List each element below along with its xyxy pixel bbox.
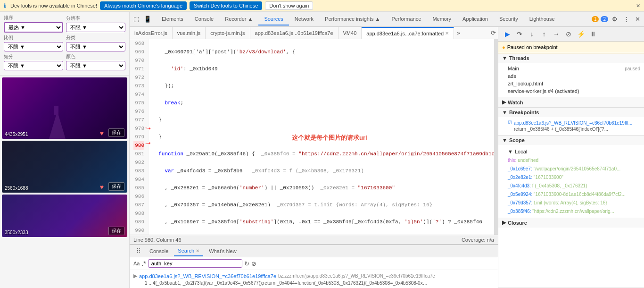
bp-file: app.d83ee1a6.js?_WB_REVISION_=c36ef70b61…	[514, 120, 632, 126]
file-tab-app-formatted[interactable]: app.d83ee1a6.js...ca7e:formatted ✕	[362, 27, 454, 39]
close-tab-icon[interactable]: ✕	[445, 31, 449, 36]
points-label: 短分	[4, 53, 63, 60]
bp-text: app.d83ee1a6.js?_WB_REVISION_=c36ef70b61…	[514, 120, 632, 132]
threads-header[interactable]: ▼ Threads	[498, 53, 644, 63]
clear-search-icon[interactable]: ⊘	[251, 260, 256, 267]
image-item[interactable]: 2560x1688 保存 ♥	[2, 141, 127, 193]
notif-close-button[interactable]: ✕	[636, 3, 640, 9]
file-tab-isaxioserror[interactable]: isAxiosError.js	[130, 27, 173, 39]
deactivate-breakpoints-button[interactable]: ⊘	[563, 29, 574, 39]
step-button[interactable]: →	[551, 29, 561, 39]
device-icon[interactable]: 📱	[143, 15, 152, 24]
step-over-button[interactable]: ↷	[514, 29, 525, 39]
image-save-btn-3[interactable]: 保存	[108, 227, 124, 235]
bp-checkbox[interactable]: ☑	[508, 120, 512, 125]
watch-header[interactable]: ▶ Watch	[498, 97, 644, 107]
threads-section: ▼ Threads Main paused ads	[498, 53, 644, 97]
tab-memory[interactable]: Memory	[427, 13, 457, 25]
scope-local-header[interactable]: ▼ Local	[508, 147, 640, 156]
scope-row-385f46: _0x385f46: "https://cdn2.zzzmh.cn/wallpa…	[508, 207, 640, 216]
image-dims-2: 2560x1688	[5, 186, 28, 191]
sort-select[interactable]: 最热 ▼	[4, 22, 63, 33]
bottom-tabs: ⠿ Console Search ✕ What's New	[130, 245, 498, 257]
search-input[interactable]	[148, 259, 242, 268]
breakpoint-notice: ● Paused on breakpoint	[498, 42, 644, 53]
nav-icons: ⬚ 📱	[132, 15, 152, 24]
status-bar: Line 980, Column 46 Coverage: n/a	[130, 235, 498, 244]
inspect-icon[interactable]: ⬚	[132, 15, 141, 24]
color-select[interactable]: 不限 ▼	[66, 61, 125, 70]
more-icon[interactable]: ⋮	[621, 15, 631, 24]
tab-recorder[interactable]: Recorder ▲	[219, 13, 258, 25]
closure-arrow: ▶	[502, 220, 506, 226]
rs-toolbar: ▶ ↷ ↓ ↑ → ⊘ ⚡ ⏸	[498, 27, 644, 42]
case-sensitive-icon[interactable]: Aa	[133, 261, 140, 266]
file-tab-cryptojs[interactable]: crypto-js.min.js	[206, 27, 250, 39]
file-tab-vm40[interactable]: VM40	[339, 27, 362, 39]
svg-rect-2	[54, 106, 58, 115]
tab-network[interactable]: Network	[289, 13, 319, 25]
match-language-button[interactable]: Always match Chrome's language	[100, 1, 187, 10]
scope-local-label: Local	[515, 149, 527, 154]
sync-icon[interactable]: ⟳	[488, 28, 498, 38]
left-panel: 排序 最热 ▼ 分辨率 不限 ▼ 比例	[0, 12, 130, 288]
tab-performance-insights[interactable]: Performance insights ▲	[319, 13, 386, 25]
settings-icon[interactable]: ⚙	[610, 15, 619, 24]
line-num: 968	[133, 39, 144, 48]
dont-pause-exceptions-button[interactable]: ⚡	[576, 29, 586, 39]
bottom-drag-handle[interactable]: ⠿	[133, 247, 144, 254]
code-view: 968 969 970 971 972 973 974 975 976 977	[130, 39, 498, 235]
thread-zrt-name: zrt_lookup.html	[508, 81, 543, 86]
closure-header[interactable]: ▶ Closure	[498, 218, 644, 228]
tab-sources[interactable]: Sources	[258, 13, 289, 25]
step-into-button[interactable]: ↓	[527, 29, 537, 39]
switch-devtools-button[interactable]: Switch DevTools to Chinese	[190, 1, 262, 10]
file-tab-vue[interactable]: vue.min.js	[173, 27, 206, 39]
tab-console-bottom[interactable]: Console	[146, 246, 172, 256]
scope-row-5e9924: _0x5e9924: "1671033600-8d1ae16cb8d44f86d…	[508, 190, 640, 199]
tab-performance[interactable]: Performance	[386, 13, 427, 25]
threads-body: Main paused ads zrt_lookup.html service-…	[498, 63, 644, 97]
resume-button[interactable]: ▶	[502, 29, 512, 39]
ratio-select[interactable]: 不限 ▼	[4, 42, 63, 51]
tab-console[interactable]: Console	[189, 13, 219, 25]
ratio-label: 比例	[4, 34, 63, 41]
scope-body: ▼ Local this: undefined _0x1c69e7: "/wal…	[498, 145, 644, 218]
vertical-scrollbar[interactable]	[494, 39, 498, 235]
points-select[interactable]: 不限 ▼	[4, 61, 63, 70]
scope-header[interactable]: ▼ Scope	[498, 136, 644, 145]
image-dims-3: 3500x2333	[5, 230, 28, 235]
rate-select[interactable]: 不限 ▼	[66, 23, 125, 32]
close-devtools-icon[interactable]: ✕	[633, 15, 642, 24]
file-tab-app1[interactable]: app.d83ee1a6.js...0b61e19fffca7e	[250, 27, 339, 39]
regex-icon[interactable]: .*	[141, 260, 146, 267]
warn-badge: 1	[592, 16, 599, 22]
step-out-button[interactable]: ↑	[539, 29, 549, 39]
thread-ads-name: ads	[508, 73, 516, 79]
category-select[interactable]: 不限 ▼	[66, 42, 125, 51]
close-search-tab-icon[interactable]: ✕	[196, 248, 199, 254]
breakpoints-header[interactable]: ▼ Breakpoints	[498, 108, 644, 117]
pause-on-exceptions-button[interactable]: ⏸	[588, 29, 598, 39]
file-tabs-more[interactable]: »	[454, 28, 463, 38]
tab-whats-new[interactable]: What's New	[205, 246, 240, 256]
info-badge: 2	[601, 16, 608, 22]
dont-show-button[interactable]: Don't show again	[265, 1, 313, 10]
image-item[interactable]: 4435x2951 保存 ♥	[2, 77, 127, 139]
right-sidebar: ▶ ↷ ↓ ↑ → ⊘ ⚡ ⏸ ● Paused on breakpoint	[498, 27, 644, 288]
tab-security[interactable]: Security	[494, 13, 524, 25]
threads-arrow: ▼	[502, 55, 507, 61]
tab-application[interactable]: Application	[457, 13, 494, 25]
tab-search[interactable]: Search ✕	[174, 246, 203, 256]
devtools-tab-right: 1 2 ⚙ ⋮ ✕	[592, 15, 642, 24]
search-file-result[interactable]: ▶ app.d83ee1a6.js?_WB_REVISION_=c36ef70b…	[133, 272, 494, 280]
image-save-btn-2[interactable]: 保存	[108, 182, 124, 191]
svg-rect-0	[2, 77, 127, 139]
heart-icon-2[interactable]: ♥	[100, 183, 104, 191]
refresh-search-icon[interactable]: ↻	[244, 260, 249, 267]
info-icon: ℹ	[4, 3, 6, 9]
bp-arrow: ▼	[502, 110, 507, 115]
image-item[interactable]: 3500x2333 保存	[2, 195, 127, 237]
tab-elements[interactable]: Elements	[156, 13, 189, 25]
tab-lighthouse[interactable]: Lighthouse	[524, 13, 561, 25]
